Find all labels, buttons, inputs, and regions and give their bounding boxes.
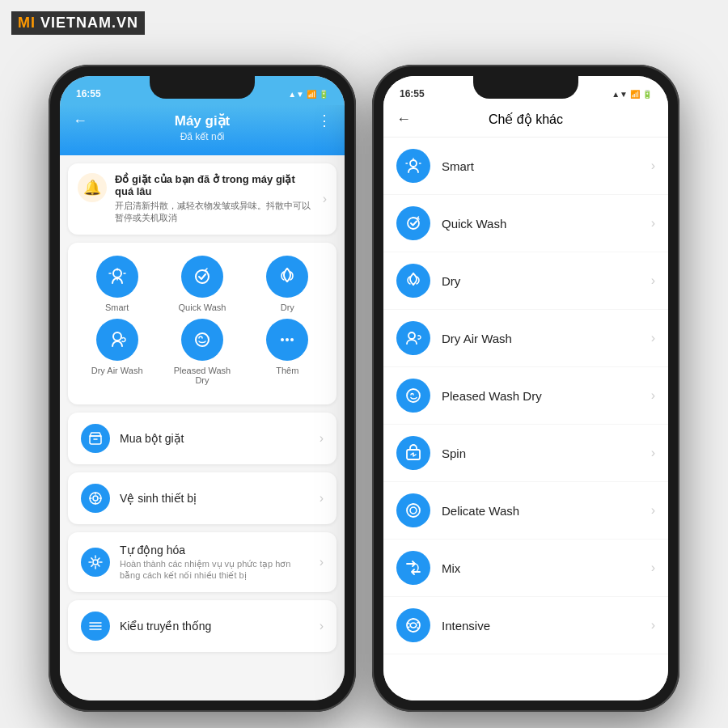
buy-detergent-item[interactable]: Mua bột giặt › — [68, 413, 336, 464]
menu-dryairwash[interactable]: Dry Air Wash › — [383, 310, 668, 367]
automation-icon — [81, 548, 110, 577]
automation-arrow: › — [320, 555, 324, 569]
svg-point-12 — [408, 218, 419, 229]
logo: MI VIETNAM.VN — [11, 11, 145, 35]
mode-dryairwash[interactable]: Dry Air Wash — [85, 319, 150, 385]
notif-arrow: › — [323, 192, 327, 206]
mode-grid: Smart Quick Wash — [68, 243, 336, 404]
dry-label: Dry — [281, 303, 294, 312]
phone1: 16:55 ▲▼ 📶 🔋 ← Máy giặt ⋮ Đã kết nối — [49, 65, 356, 712]
menu-delicatewash-label: Delicate Wash — [442, 504, 640, 518]
phone1-header: ← Máy giặt ⋮ Đã kết nối — [60, 105, 345, 155]
menu-smart-icon — [396, 149, 430, 183]
more-label: Thêm — [276, 366, 298, 375]
phones-wrapper: 16:55 ▲▼ 📶 🔋 ← Máy giặt ⋮ Đã kết nối — [0, 0, 728, 728]
pleasedwashdry-label: Pleased Wash Dry — [170, 366, 235, 385]
clean-device-title: Vệ sinh thiết bị — [120, 492, 310, 505]
svg-point-3 — [196, 333, 209, 346]
menu-smart-label: Smart — [442, 159, 640, 173]
dry-icon — [266, 256, 308, 298]
mode-pleasedwashdry[interactable]: Pleased Wash Dry — [170, 319, 235, 385]
menu-delicatewash[interactable]: Delicate Wash › — [383, 482, 668, 540]
menu-delicatewash-icon — [396, 493, 430, 527]
phone2-title: Chế độ khác — [489, 112, 563, 127]
quickwash-icon — [181, 256, 223, 298]
phone1-back-btn[interactable]: ← — [73, 112, 87, 129]
menu-spin-label: Spin — [442, 447, 640, 460]
phone2-content: Smart › Quick Wash › — [383, 138, 668, 700]
svg-point-13 — [408, 332, 415, 339]
phone1-status-icons: ▲▼ 📶 🔋 — [288, 90, 328, 99]
menu-quickwash-icon — [396, 206, 430, 240]
menu-dryairwash-label: Dry Air Wash — [442, 332, 640, 345]
menu-pleasedwashdry[interactable]: Pleased Wash Dry › — [383, 367, 668, 425]
traditional-title: Kiểu truyền thống — [120, 620, 310, 633]
menu-mix-arrow: › — [651, 561, 655, 575]
svg-point-18 — [407, 619, 420, 632]
menu-dry[interactable]: Dry › — [383, 252, 668, 310]
more-icon — [266, 319, 308, 361]
phone2-nav: ← Chế độ khác — [396, 112, 655, 127]
clean-device-item[interactable]: Vệ sinh thiết bị › — [68, 472, 336, 524]
menu-intensive-arrow: › — [651, 618, 655, 633]
clean-device-arrow: › — [320, 491, 324, 506]
menu-delicatewash-arrow: › — [651, 503, 655, 518]
phone1-time: 16:55 — [76, 88, 101, 99]
notif-icon: 🔔 — [78, 173, 107, 202]
svg-point-11 — [410, 160, 417, 167]
svg-point-2 — [113, 332, 121, 341]
svg-point-6 — [290, 338, 294, 341]
menu-quickwash-arrow: › — [651, 216, 655, 231]
menu-intensive[interactable]: Intensive › — [383, 597, 668, 654]
mode-dry[interactable]: Dry — [255, 256, 320, 312]
phone2-status-icons: ▲▼ 📶 🔋 — [612, 90, 652, 99]
phone1-body: 16:55 ▲▼ 📶 🔋 ← Máy giặt ⋮ Đã kết nối — [60, 76, 345, 700]
menu-pleasedwashdry-icon — [396, 379, 430, 413]
menu-spin-icon — [396, 436, 430, 470]
mode-smart[interactable]: Smart — [85, 256, 150, 312]
menu-spin[interactable]: Spin › — [383, 425, 668, 482]
svg-point-14 — [407, 389, 420, 402]
phone1-notch — [150, 76, 255, 99]
menu-smart-arrow: › — [651, 159, 655, 173]
menu-dryairwash-icon — [396, 321, 430, 355]
phone2-back-btn[interactable]: ← — [396, 111, 411, 128]
buy-detergent-text: Mua bột giặt — [120, 432, 310, 445]
traditional-item[interactable]: Kiểu truyền thống › — [68, 600, 336, 652]
clean-device-text: Vệ sinh thiết bị — [120, 492, 310, 505]
svg-point-10 — [93, 560, 98, 565]
logo-mi: MI — [18, 15, 36, 31]
notification-card[interactable]: 🔔 Đồ giặt của bạn đã ở trong máy giặt qu… — [68, 163, 336, 235]
phone1-screen: 16:55 ▲▼ 📶 🔋 ← Máy giặt ⋮ Đã kết nối — [60, 76, 345, 700]
menu-pleasedwashdry-arrow: › — [651, 388, 655, 403]
phone1-nav-row: ← Máy giặt ⋮ — [73, 112, 332, 129]
mode-row-1: Smart Quick Wash — [74, 256, 330, 312]
menu-dry-arrow: › — [651, 273, 655, 288]
menu-spin-arrow: › — [651, 446, 655, 460]
menu-pleasedwashdry-label: Pleased Wash Dry — [442, 389, 640, 403]
clean-device-icon — [81, 484, 110, 513]
phone1-more-btn[interactable]: ⋮ — [317, 112, 332, 129]
menu-quickwash[interactable]: Quick Wash › — [383, 195, 668, 252]
buy-detergent-title: Mua bột giặt — [120, 432, 310, 445]
notif-desc: 开启清新抖散，减轻衣物发皱或异味。抖散中可以暂停或关机取消 — [115, 200, 315, 225]
traditional-arrow: › — [320, 619, 324, 633]
svg-rect-7 — [90, 436, 101, 444]
traditional-text: Kiểu truyền thống — [120, 620, 310, 633]
menu-dry-label: Dry — [442, 274, 640, 288]
menu-mix[interactable]: Mix › — [383, 540, 668, 597]
automation-title: Tự động hóa — [120, 544, 310, 557]
automation-item[interactable]: Tự động hóa Hoàn thành các nhiệm vụ vụ p… — [68, 532, 336, 593]
mode-more[interactable]: Thêm — [255, 319, 320, 385]
phone2-time: 16:55 — [400, 88, 425, 99]
phone2-notch — [473, 76, 578, 99]
menu-smart[interactable]: Smart › — [383, 138, 668, 195]
phone1-content: 🔔 Đồ giặt của bạn đã ở trong máy giặt qu… — [60, 155, 345, 700]
mode-quickwash[interactable]: Quick Wash — [170, 256, 235, 312]
buy-detergent-icon — [81, 424, 110, 453]
automation-sub: Hoàn thành các nhiệm vụ vụ phức tạp hơn … — [120, 558, 310, 582]
mode-row-2: Dry Air Wash Please — [74, 319, 330, 385]
phone2: 16:55 ▲▼ 📶 🔋 ← Chế độ khác — [372, 65, 679, 712]
phone2-body: 16:55 ▲▼ 📶 🔋 ← Chế độ khác — [383, 76, 668, 700]
buy-detergent-arrow: › — [320, 431, 324, 446]
